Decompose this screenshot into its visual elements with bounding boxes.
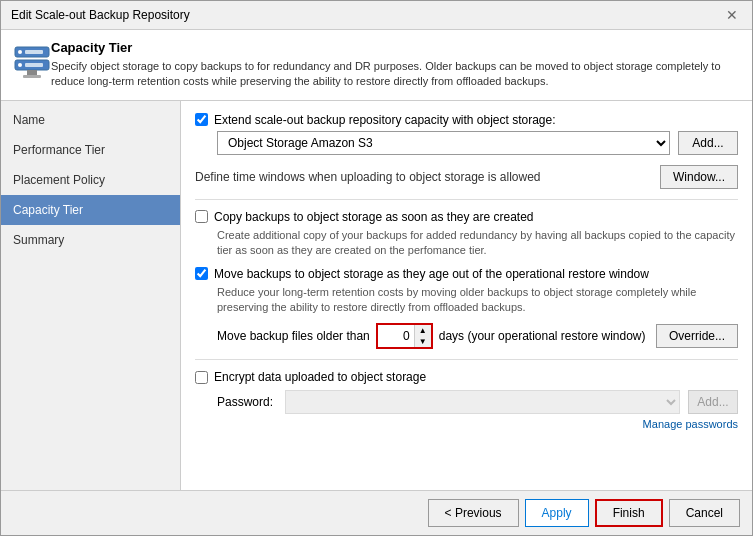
encrypt-checkbox-row: Encrypt data uploaded to object storage [195, 370, 738, 384]
add-button[interactable]: Add... [678, 131, 738, 155]
password-row: Password: Add... [217, 390, 738, 414]
encrypt-label: Encrypt data uploaded to object storage [214, 370, 426, 384]
svg-point-2 [18, 50, 22, 54]
extend-label: Extend scale-out backup repository capac… [214, 113, 556, 127]
password-dropdown [285, 390, 680, 414]
password-label: Password: [217, 395, 277, 409]
header-description: Specify object storage to copy backups t… [51, 59, 740, 90]
svg-rect-5 [25, 63, 43, 67]
copy-label: Copy backups to object storage as soon a… [214, 210, 534, 224]
copy-desc: Create additional copy of your backups f… [217, 228, 738, 259]
move-checkbox[interactable] [195, 267, 208, 280]
sidebar: Name Performance Tier Placement Policy C… [1, 101, 181, 490]
days-suffix: days (your operational restore window) [439, 329, 646, 343]
sidebar-item-performance-tier[interactable]: Performance Tier [1, 135, 180, 165]
spinbox-up[interactable]: ▲ [415, 325, 431, 336]
object-storage-dropdown[interactable]: Object Storage Amazon S3 [217, 131, 670, 155]
move-checkbox-row: Move backups to object storage as they a… [195, 267, 738, 281]
cancel-button[interactable]: Cancel [669, 499, 740, 527]
divider-1 [195, 199, 738, 200]
title-bar: Edit Scale-out Backup Repository ✕ [1, 1, 752, 30]
header-text: Capacity Tier Specify object storage to … [51, 40, 740, 90]
spinbox-row: Move backup files older than ▲ ▼ days (y… [217, 323, 738, 349]
footer: < Previous Apply Finish Cancel [1, 490, 752, 535]
days-spinbox[interactable] [378, 325, 414, 347]
copy-checkbox-row: Copy backups to object storage as soon a… [195, 210, 738, 224]
encrypt-checkbox[interactable] [195, 371, 208, 384]
add-password-button: Add... [688, 390, 738, 414]
apply-button[interactable]: Apply [525, 499, 589, 527]
sidebar-item-name[interactable]: Name [1, 105, 180, 135]
divider-2 [195, 359, 738, 360]
header-title: Capacity Tier [51, 40, 740, 55]
svg-rect-4 [25, 50, 43, 54]
extend-checkbox-row: Extend scale-out backup repository capac… [195, 113, 738, 127]
extend-checkbox[interactable] [195, 113, 208, 126]
spinbox-down[interactable]: ▼ [415, 336, 431, 347]
dialog-title: Edit Scale-out Backup Repository [11, 8, 190, 22]
sidebar-item-summary[interactable]: Summary [1, 225, 180, 255]
move-desc: Reduce your long-term retention costs by… [217, 285, 738, 316]
finish-button[interactable]: Finish [595, 499, 663, 527]
sidebar-item-capacity-tier[interactable]: Capacity Tier [1, 195, 180, 225]
move-files-label: Move backup files older than [217, 329, 370, 343]
window-button[interactable]: Window... [660, 165, 738, 189]
override-button[interactable]: Override... [656, 324, 738, 348]
spinbox-wrapper: ▲ ▼ [376, 323, 433, 349]
window-label: Define time windows when uploading to ob… [195, 170, 541, 184]
move-label: Move backups to object storage as they a… [214, 267, 649, 281]
content-area: Extend scale-out backup repository capac… [181, 101, 752, 490]
encrypt-section: Encrypt data uploaded to object storage … [195, 370, 738, 430]
dialog: Edit Scale-out Backup Repository ✕ Capac… [0, 0, 753, 536]
copy-checkbox[interactable] [195, 210, 208, 223]
spinbox-buttons: ▲ ▼ [414, 325, 431, 347]
header-section: Capacity Tier Specify object storage to … [1, 30, 752, 101]
header-icon [13, 40, 51, 80]
previous-button[interactable]: < Previous [428, 499, 519, 527]
svg-point-3 [18, 63, 22, 67]
sidebar-item-placement-policy[interactable]: Placement Policy [1, 165, 180, 195]
close-button[interactable]: ✕ [722, 7, 742, 23]
manage-passwords-link[interactable]: Manage passwords [195, 418, 738, 430]
main-content: Name Performance Tier Placement Policy C… [1, 101, 752, 490]
dropdown-row: Object Storage Amazon S3 Add... [217, 131, 738, 155]
svg-rect-7 [23, 75, 41, 78]
